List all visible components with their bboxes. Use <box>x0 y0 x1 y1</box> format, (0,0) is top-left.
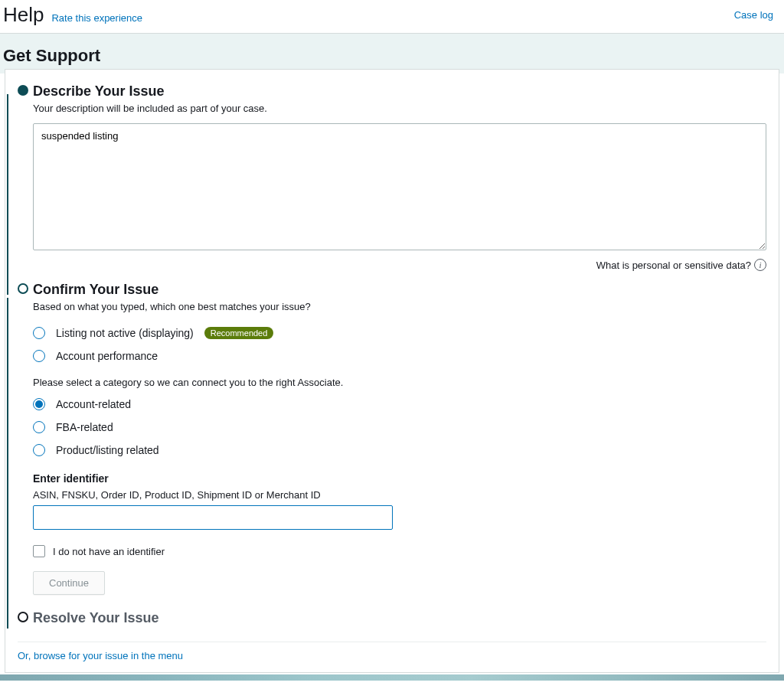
no-identifier-checkbox-row[interactable]: I do not have an identifier <box>33 545 766 557</box>
category-account-related[interactable]: Account-related <box>33 393 766 416</box>
radio-label: Account-related <box>56 398 131 410</box>
personal-data-link-text: What is personal or sensitive data? <box>596 260 751 271</box>
continue-button[interactable]: Continue <box>33 571 105 595</box>
identifier-hint: ASIN, FNSKU, Order ID, Product ID, Shipm… <box>33 489 766 501</box>
step-1-marker <box>18 85 28 96</box>
footer-decoration <box>0 674 784 681</box>
identifier-input[interactable] <box>33 505 393 530</box>
step-3-title: Resolve Your Issue <box>33 610 766 626</box>
step-1-subtitle: Your description will be included as par… <box>33 103 766 114</box>
match-option-listing-not-active[interactable]: Listing not active (displaying) Recommen… <box>33 322 766 344</box>
browse-menu-link[interactable]: Or, browse for your issue in the menu <box>18 650 183 661</box>
help-title: Help <box>3 3 44 27</box>
step-3-marker <box>18 612 28 622</box>
info-icon: i <box>754 259 766 271</box>
category-product-listing-related[interactable]: Product/listing related <box>33 439 766 462</box>
step-line-1 <box>7 94 8 295</box>
step-2-title: Confirm Your Issue <box>33 282 766 298</box>
support-card: Describe Your Issue Your description wil… <box>5 69 779 673</box>
checkbox-icon <box>33 545 45 557</box>
match-option-account-performance[interactable]: Account performance <box>33 344 766 367</box>
step-resolve-issue: Resolve Your Issue <box>33 610 766 626</box>
radio-icon <box>33 398 45 410</box>
radio-icon <box>33 444 45 456</box>
step-describe-issue: Describe Your Issue Your description wil… <box>33 83 766 271</box>
radio-label: Account performance <box>56 350 158 362</box>
step-2-subtitle: Based on what you typed, which one best … <box>33 301 766 312</box>
radio-icon <box>33 327 45 339</box>
issue-textarea[interactable]: suspended listing <box>33 123 766 250</box>
case-log-link[interactable]: Case log <box>734 9 773 21</box>
recommended-badge: Recommended <box>204 327 274 339</box>
textarea-footer: What is personal or sensitive data? i <box>33 259 766 271</box>
radio-label: Product/listing related <box>56 444 159 456</box>
step-2-marker <box>18 283 28 294</box>
radio-icon <box>33 421 45 433</box>
radio-icon <box>33 350 45 362</box>
personal-data-link[interactable]: What is personal or sensitive data? i <box>596 259 766 271</box>
category-fba-related[interactable]: FBA-related <box>33 416 766 439</box>
step-1-title: Describe Your Issue <box>33 83 766 100</box>
checkbox-label: I do not have an identifier <box>53 546 165 557</box>
top-header: Help Rate this experience Case log <box>0 0 784 34</box>
divider <box>18 642 766 642</box>
radio-label: Listing not active (displaying) <box>56 327 194 339</box>
step-confirm-issue: Confirm Your Issue Based on what you typ… <box>33 282 766 595</box>
rate-experience-link[interactable]: Rate this experience <box>51 12 142 24</box>
steps-container: Describe Your Issue Your description wil… <box>18 83 766 626</box>
category-subtitle: Please select a category so we can conne… <box>33 377 766 388</box>
identifier-label: Enter identifier <box>33 472 766 485</box>
header-left: Help Rate this experience <box>3 3 142 27</box>
page-title: Get Support <box>3 46 781 66</box>
radio-label: FBA-related <box>56 421 113 433</box>
step-line-2 <box>7 298 8 629</box>
page-header: Get Support <box>0 34 784 73</box>
